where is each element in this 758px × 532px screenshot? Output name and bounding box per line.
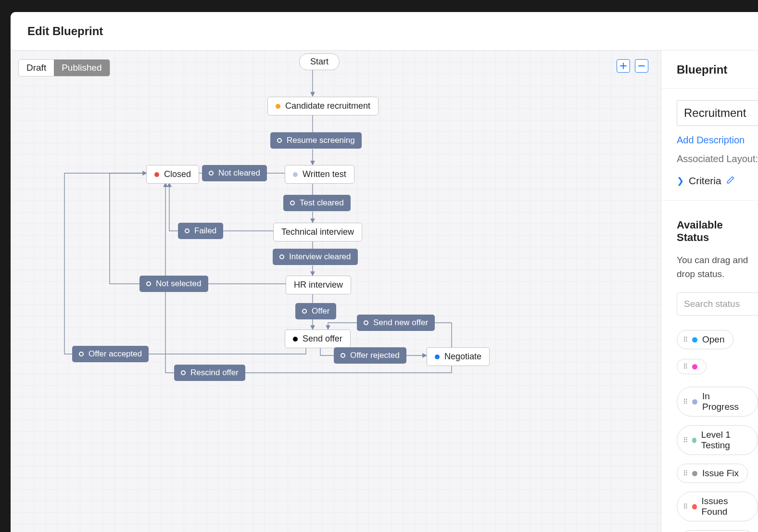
transition-offer[interactable]: Offer [295, 303, 336, 319]
view-toggle: Draft Published [18, 59, 110, 76]
status-label: Issues Found [702, 496, 749, 517]
transition-label: Not selected [156, 279, 202, 289]
status-dot [692, 438, 696, 443]
transition-label: Offer rejected [350, 351, 400, 360]
transition-interview-cleared[interactable]: Interview cleared [273, 249, 358, 265]
ring-icon [279, 254, 284, 259]
transition-resume-screening[interactable]: Resume screening [270, 132, 362, 149]
transition-send-new-offer[interactable]: Send new offer [357, 315, 435, 331]
drag-handle-icon: ⠿ [683, 470, 687, 477]
status-dot [435, 355, 440, 359]
transition-failed[interactable]: Failed [178, 223, 223, 239]
node-label: Written test [303, 169, 346, 179]
node-send-offer[interactable]: Send offer [285, 329, 351, 348]
status-label: Level 1 Testing [701, 430, 749, 451]
transition-label: Offer [312, 306, 329, 316]
search-status-input[interactable] [677, 292, 758, 316]
drag-handle-icon: ⠿ [683, 503, 687, 510]
status-chip-in-progress[interactable]: ⠿ In Progress [677, 387, 758, 417]
ring-icon [364, 320, 368, 325]
ring-icon [181, 370, 186, 375]
status-label: In Progress [702, 391, 749, 412]
transition-rescind-offer[interactable]: Rescind offer [174, 365, 245, 381]
node-label: Start [310, 57, 328, 67]
status-dot [692, 364, 697, 369]
transition-label: Offer accepted [88, 349, 142, 359]
blueprint-name-input[interactable] [677, 100, 758, 126]
ring-icon [341, 353, 345, 358]
transition-label: Resume screening [287, 136, 355, 145]
transition-not-selected[interactable]: Not selected [139, 276, 208, 292]
blueprint-canvas[interactable]: Draft Published [11, 51, 661, 532]
status-chip-open[interactable]: ⠿ Open [677, 330, 733, 349]
ring-icon [146, 281, 151, 286]
page-title: Edit Blueprint [27, 25, 103, 38]
ring-icon [185, 228, 190, 233]
node-technical-interview[interactable]: Technical interview [273, 223, 362, 241]
status-chip-issue-fix[interactable]: ⠿ Issue Fix [677, 464, 748, 483]
node-hr-interview[interactable]: HR interview [286, 276, 351, 294]
criteria-label: Criteria [689, 175, 721, 187]
transition-label: Not cleared [218, 168, 260, 178]
drag-handle-icon: ⠿ [683, 398, 687, 405]
status-dot [276, 104, 280, 109]
zoom-out-button[interactable] [635, 59, 648, 73]
status-dot [692, 471, 697, 476]
associated-layout-label: Associated Layout: [677, 153, 758, 165]
toggle-draft[interactable]: Draft [19, 60, 54, 76]
node-written-test[interactable]: Written test [285, 165, 354, 184]
transition-label: Rescind offer [190, 368, 239, 378]
transition-label: Failed [194, 226, 216, 236]
status-dot [692, 337, 697, 342]
transition-offer-rejected[interactable]: Offer rejected [334, 347, 406, 364]
edit-icon[interactable] [726, 175, 735, 187]
node-label: Negotiate [444, 352, 481, 362]
status-label: Open [702, 334, 724, 345]
node-label: Candidate recruitment [285, 101, 370, 111]
drag-handle-icon: ⠿ [683, 336, 687, 343]
ring-icon [290, 201, 295, 205]
status-label: Issue Fix [702, 468, 739, 479]
drag-handle-icon: ⠿ [683, 363, 687, 370]
ring-icon [277, 138, 282, 143]
transition-label: Send new offer [373, 318, 428, 328]
node-start[interactable]: Start [299, 53, 340, 70]
chevron-right-icon: ❯ [677, 176, 684, 186]
status-chip-level1[interactable]: ⠿ Level 1 Testing [677, 425, 758, 455]
sidebar: Blueprint Add Description Associated Lay… [661, 51, 758, 532]
node-label: Technical interview [281, 227, 354, 237]
transition-label: Test cleared [300, 198, 344, 208]
node-label: Send offer [303, 334, 342, 344]
status-chip-design-research[interactable]: ⠿ Design Research [677, 530, 758, 532]
transition-offer-accepted[interactable]: Offer accepted [72, 346, 149, 362]
status-dot [692, 504, 697, 509]
status-dot [293, 172, 298, 177]
available-status-heading: Available Status [677, 219, 758, 244]
status-chip-partial[interactable]: ⠿ [677, 359, 707, 374]
sidebar-heading: Blueprint [661, 51, 758, 89]
status-dot [154, 172, 159, 177]
ring-icon [302, 309, 307, 314]
node-label: HR interview [294, 280, 343, 290]
zoom-in-button[interactable] [617, 59, 630, 73]
drag-handle-icon: ⠿ [683, 437, 687, 443]
transition-test-cleared[interactable]: Test cleared [283, 195, 351, 211]
criteria-row[interactable]: ❯ Criteria [677, 175, 758, 187]
transition-label: Interview cleared [289, 252, 351, 262]
node-label: Closed [164, 169, 191, 179]
node-candidate-recruitment[interactable]: Candidate recruitment [267, 97, 379, 115]
node-negotiate[interactable]: Negotiate [427, 347, 490, 366]
transition-not-cleared[interactable]: Not cleared [202, 165, 267, 181]
status-chip-issues-found[interactable]: ⠿ Issues Found [677, 492, 758, 521]
status-dot [692, 399, 697, 405]
available-status-help: You can drag and drop status. [677, 253, 758, 281]
ring-icon [209, 171, 214, 176]
toggle-published[interactable]: Published [54, 60, 109, 76]
add-description-link[interactable]: Add Description [677, 135, 758, 146]
node-closed[interactable]: Closed [146, 165, 199, 184]
ring-icon [79, 352, 84, 356]
status-dot [293, 337, 298, 342]
